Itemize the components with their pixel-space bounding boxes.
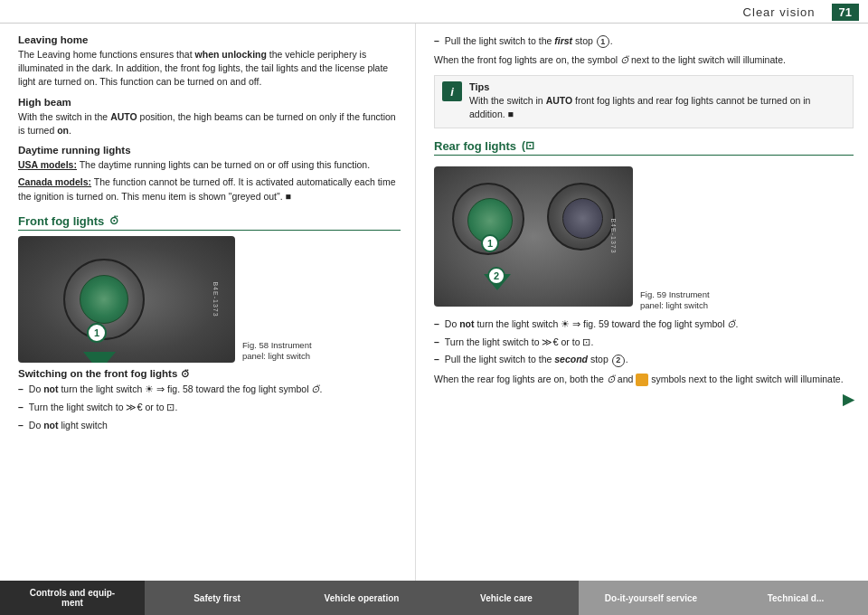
right-dial	[547, 183, 615, 251]
fig-59-label: B4E-1373	[610, 219, 617, 254]
inner-dial	[80, 275, 128, 324]
fig-58-caption: Fig. 58 Instrument panel: light switch	[242, 340, 324, 363]
page-header: Clear vision 71	[0, 0, 868, 24]
bullet-2: – Turn the light switch to ≫€ or to ⊡.	[18, 401, 401, 415]
leaving-home-heading: Leaving home	[18, 34, 401, 45]
badge-1: 1	[87, 323, 107, 343]
main-content: Leaving home The Leaving home functions …	[0, 24, 868, 591]
left-column: Leaving home The Leaving home functions …	[0, 24, 416, 591]
rear-bullet-1: – Do not turn the light switch ☀ ⇒ fig. …	[434, 317, 854, 332]
do-not-light-switch: – Do not light switch	[18, 419, 401, 432]
right-dial-inner	[562, 198, 603, 239]
badge-2-right: 2	[487, 267, 505, 285]
chapter-title: Clear vision	[743, 5, 816, 19]
tips-text: With the switch in AUTO front fog lights…	[469, 94, 845, 121]
leaving-home-text: The Leaving home functions ensures that …	[18, 48, 401, 90]
bullet-1: – Do not turn the light switch ☀ ⇒ fig. …	[18, 383, 401, 397]
daytime-heading: Daytime running lights	[18, 145, 401, 156]
usa-models-text: USA models: The daytime running lights c…	[18, 158, 401, 172]
tips-content: Tips With the switch in AUTO front fog l…	[469, 81, 845, 121]
page-number: 71	[832, 4, 859, 21]
figure-58-container: 1 B4E-1373 Fig. 58 Instrument panel: lig…	[18, 236, 401, 363]
when-rear-text: When the rear fog lights are on, both th…	[434, 373, 854, 387]
fig-59-caption: Fig. 59 Instrument panel: light switch	[640, 289, 722, 312]
figure-58-image: 1 B4E-1373	[18, 236, 235, 363]
rear-fog-icon: (⊡	[522, 139, 534, 152]
right-column: – Pull the light switch to the first sto…	[416, 24, 868, 591]
next-page-arrow[interactable]: ▶	[434, 391, 854, 408]
tab-safety-first[interactable]: Safety first	[145, 581, 289, 615]
rear-bullet-2: – Turn the light switch to ≫€ or to ⊡.	[434, 336, 854, 350]
pull-first-bullet: – Pull the light switch to the first sto…	[434, 34, 854, 48]
rear-bullet-3: – Pull the light switch to the second st…	[434, 353, 854, 366]
high-beam-heading: High beam	[18, 97, 401, 108]
tab-vehicle-operation[interactable]: Vehicle operation	[289, 581, 434, 615]
rear-fog-heading: Rear fog lights (⊡	[434, 139, 854, 156]
tips-box: i Tips With the switch in AUTO front fog…	[434, 75, 854, 128]
canada-models-text: Canada models: The function cannot be tu…	[18, 175, 401, 203]
fig-label: B4E-1373	[212, 281, 219, 317]
tab-vehicle-care[interactable]: Vehicle care	[434, 581, 579, 615]
figure-59-container: 1 2 B4E-1373 Fig. 59 Instrument panel: l…	[434, 161, 854, 312]
when-front-text: When the front fog lights are on, the sy…	[434, 53, 854, 68]
figure-59-image: 1 2 B4E-1373	[434, 166, 633, 307]
switching-heading: Switching on the front fog lights ⊙̈	[18, 368, 401, 380]
badge-1-right: 1	[481, 234, 499, 252]
tab-technical[interactable]: Technical d...	[723, 581, 868, 615]
tips-title: Tips	[469, 81, 845, 92]
tips-icon: i	[442, 81, 462, 101]
tab-diy-service[interactable]: Do-it-yourself service	[579, 581, 723, 615]
tab-controls-equipment[interactable]: Controls and equip-ment	[0, 581, 145, 615]
footer-tabs: Controls and equip-ment Safety first Veh…	[0, 581, 868, 615]
high-beam-text: With the switch in the AUTO position, th…	[18, 110, 401, 137]
front-fog-heading: Front fog lights ⊙̈	[18, 214, 401, 231]
fog-light-icon: ⊙̈	[109, 214, 118, 227]
